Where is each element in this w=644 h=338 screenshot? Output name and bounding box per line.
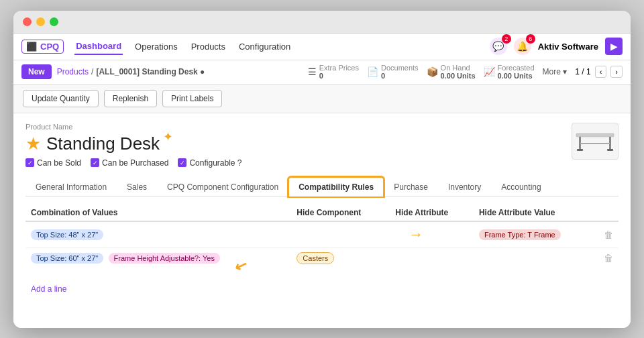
configurable-checkbox[interactable]	[178, 158, 186, 167]
extra-prices-icon: ☰	[308, 66, 317, 77]
documents-val: 0	[381, 72, 419, 80]
pagination-text: 1 / 1	[575, 67, 590, 76]
row1-combination: Top Size: 48" x 27"	[25, 221, 291, 248]
on-hand-val: 0.00 Units	[441, 72, 476, 80]
svg-rect-4	[607, 149, 613, 151]
bell-icon-wrapper: 🔔 6	[514, 38, 531, 55]
configurable-label: Configurable ?	[189, 158, 241, 168]
replenish-button[interactable]: Replenish	[104, 90, 157, 107]
documents-icon: 📄	[367, 66, 378, 77]
extra-prices-val: 0	[319, 72, 359, 80]
delete-row2-icon[interactable]: 🗑	[604, 253, 613, 264]
breadcrumb-separator: /	[91, 67, 93, 76]
add-line-button[interactable]: Add a line	[25, 282, 72, 296]
product-info: Product Name ★ Standing Desk ✦ Can be So…	[25, 123, 242, 177]
new-button[interactable]: New	[21, 64, 52, 79]
row1-hide-attribute: →	[390, 221, 474, 248]
nav-configuration[interactable]: Configuration	[237, 39, 292, 54]
extra-prices-item[interactable]: ☰ Extra Prices 0	[308, 64, 359, 80]
chat-icon-wrapper: 💬 2	[490, 38, 507, 55]
breadcrumb-parent[interactable]: Products	[57, 67, 89, 76]
app-icon[interactable]: ▶	[605, 38, 623, 55]
nav-logo: ⬛ CPQ	[21, 40, 64, 54]
product-image	[574, 124, 616, 158]
row1-hide-component	[291, 221, 390, 248]
action-bar: Update Quantity Replenish Print Labels	[13, 84, 631, 113]
tab-general-information[interactable]: General Information	[25, 177, 117, 196]
col-hide-attribute: Hide Attribute	[390, 205, 474, 221]
can-be-sold-check[interactable]: Can be Sold	[25, 158, 81, 168]
tab-accounting[interactable]: Accounting	[491, 177, 551, 196]
favorite-star-icon[interactable]: ★	[25, 133, 41, 154]
product-label: Product Name	[25, 123, 242, 131]
product-title-area: ★ Standing Desk ✦	[25, 133, 242, 154]
compatibility-table: Combination of Values Hide Component Hid…	[25, 205, 619, 268]
maximize-button[interactable]	[50, 17, 58, 26]
breadcrumb-current: [ALL_0001] Standing Desk ●	[96, 67, 205, 76]
tag-casters[interactable]: Casters	[297, 252, 334, 264]
checks-row: Can be Sold Can be Purchased Configurabl…	[25, 158, 242, 168]
top-nav: ⬛ CPQ Dashboard Operations Products Conf…	[13, 34, 631, 60]
main-content: Product Name ★ Standing Desk ✦ Can be So…	[13, 113, 631, 328]
breadcrumb: Products / [ALL_0001] Standing Desk ●	[57, 67, 205, 76]
configurable-check[interactable]: Configurable ?	[178, 158, 241, 168]
print-labels-button[interactable]: Print Labels	[162, 90, 222, 107]
purchased-label: Can be Purchased	[102, 158, 168, 168]
svg-rect-3	[577, 149, 583, 151]
col-hide-attribute-value: Hide Attribute Value	[474, 205, 598, 221]
close-button[interactable]	[23, 17, 32, 26]
tab-inventory[interactable]: Inventory	[438, 177, 491, 196]
svg-rect-0	[576, 133, 614, 137]
tab-sales[interactable]: Sales	[117, 177, 157, 196]
update-quantity-button[interactable]: Update Quantity	[23, 90, 99, 107]
logo-text: CPQ	[40, 42, 59, 52]
logo-icon: ⬛	[26, 42, 37, 52]
tag-frame-type[interactable]: Frame Type: T Frame	[479, 229, 561, 240]
sub-nav: New Products / [ALL_0001] Standing Desk …	[13, 60, 631, 84]
tag-top-size-1[interactable]: Top Size: 48" x 27"	[31, 229, 103, 240]
user-name: Aktiv Software	[538, 42, 598, 52]
tab-purchase[interactable]: Purchase	[384, 177, 438, 196]
documents-item[interactable]: 📄 Documents 0	[367, 64, 419, 80]
nav-operations[interactable]: Operations	[133, 39, 179, 54]
nav-dashboard[interactable]: Dashboard	[74, 38, 123, 55]
col-combination: Combination of Values	[25, 205, 291, 221]
tab-compatibility-rules[interactable]: Compatibility Rules	[288, 177, 384, 196]
on-hand-item[interactable]: 📦 On Hand 0.00 Units	[427, 64, 476, 80]
delete-row1-icon[interactable]: 🗑	[604, 229, 613, 240]
more-menu[interactable]: More ▾	[543, 67, 568, 76]
tag-frame-height[interactable]: Frame Height Adjustable?: Yes	[109, 253, 220, 264]
forecasted-item[interactable]: 📈 Forecasted 0.00 Units	[484, 64, 535, 80]
arrow-right-1: →	[409, 226, 423, 243]
forecasted-val: 0.00 Units	[498, 72, 535, 80]
prev-page-button[interactable]: ‹	[595, 66, 607, 78]
on-hand-icon: 📦	[427, 66, 438, 77]
on-hand-label: On Hand	[441, 64, 476, 72]
product-name: Standing Desk ✦	[46, 133, 160, 154]
product-header: Product Name ★ Standing Desk ✦ Can be So…	[25, 123, 619, 177]
sold-checkbox[interactable]	[25, 158, 34, 167]
chat-badge: 2	[502, 34, 511, 44]
documents-label: Documents	[381, 64, 419, 72]
can-be-purchased-check[interactable]: Can be Purchased	[91, 158, 168, 168]
main-window: ⬛ CPQ Dashboard Operations Products Conf…	[13, 11, 631, 328]
sold-label: Can be Sold	[37, 158, 81, 168]
tabs-row: General Information Sales CPQ Component …	[25, 177, 619, 196]
tag-top-size-2[interactable]: Top Size: 60" x 27"	[31, 253, 103, 264]
row2-combination: Top Size: 60" x 27" Frame Height Adjusta…	[25, 247, 291, 268]
extra-prices-label: Extra Prices	[319, 64, 359, 72]
next-page-button[interactable]: ›	[610, 66, 623, 78]
sparkle-icon: ✦	[163, 129, 173, 144]
purchased-checkbox[interactable]	[91, 158, 99, 167]
bell-badge: 6	[526, 34, 535, 44]
product-thumbnail	[572, 123, 619, 160]
tab-cpq-component[interactable]: CPQ Component Configuration	[157, 177, 288, 196]
forecasted-label: Forecasted	[498, 64, 535, 72]
pagination: 1 / 1 ‹ ›	[575, 66, 623, 78]
col-hide-component: Hide Component	[291, 205, 390, 221]
nav-products[interactable]: Products	[190, 39, 227, 54]
svg-rect-5	[580, 143, 610, 144]
minimize-button[interactable]	[36, 17, 45, 26]
row1-hide-attribute-value: Frame Type: T Frame	[474, 221, 598, 248]
title-bar	[13, 11, 631, 34]
